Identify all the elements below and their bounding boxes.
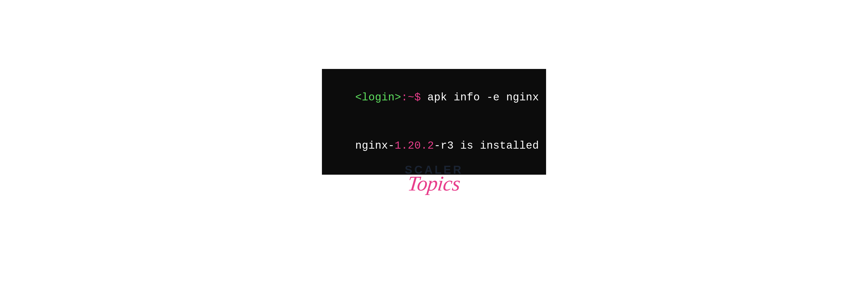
logo-topics-text: Topics (406, 171, 461, 196)
output-suffix: -r3 is installed (434, 140, 539, 152)
prompt-login: <login> (355, 91, 401, 104)
terminal-output-line: nginx-1.20.2-r3 is installed (329, 122, 539, 170)
terminal-window: <login>:~$ apk info -e nginx nginx-1.20.… (322, 69, 546, 175)
output-prefix: nginx- (355, 140, 395, 152)
output-version: 1.20.2 (395, 140, 434, 152)
scaler-topics-logo: SCALER Topics (405, 163, 463, 196)
terminal-prompt-line: <login>:~$ apk info -e nginx (329, 73, 539, 122)
prompt-separator: :~$ (401, 91, 421, 104)
terminal-command: apk info -e nginx (421, 91, 539, 104)
